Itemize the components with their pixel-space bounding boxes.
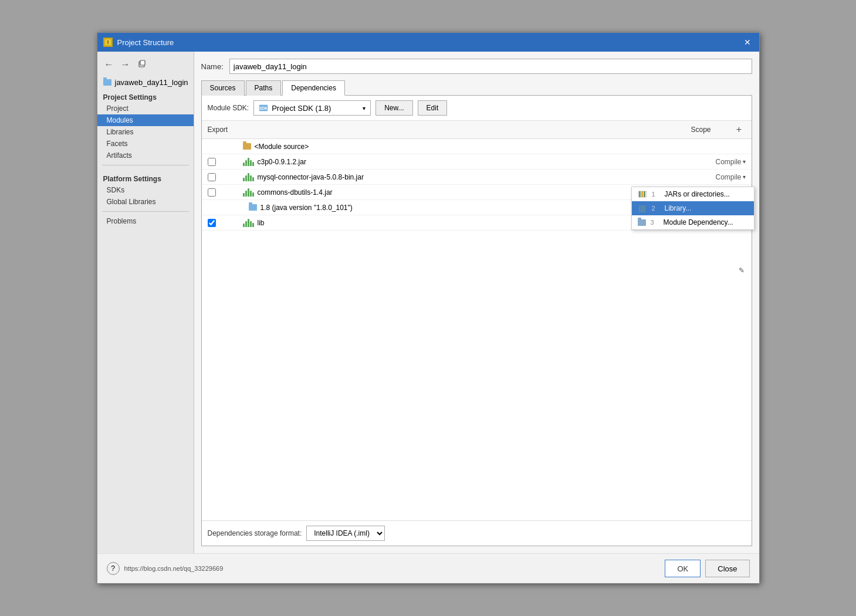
dep-scope-dropdown[interactable]: Compile ▾ (715, 173, 745, 181)
dep-export-checkbox[interactable] (208, 188, 216, 197)
tab-dependencies[interactable]: Dependencies (282, 80, 345, 96)
content-panel: Module SDK: SDK Project SDK (1.8) ▾ New.… (201, 96, 752, 546)
close-dialog-button[interactable]: Close (705, 560, 749, 577)
sidebar-item-project[interactable]: Project (97, 103, 194, 114)
module-source-icon (243, 143, 251, 150)
dep-header-export: Export (208, 126, 243, 134)
popup-item-num: 2 (652, 205, 660, 212)
tab-sources[interactable]: Sources (201, 80, 245, 96)
project-item-name: javaweb_day11_login (115, 78, 188, 87)
table-row: <Module source> (202, 139, 752, 154)
platform-settings-label: Platform Settings (97, 169, 194, 184)
svg-text:SDK: SDK (259, 106, 268, 110)
library-popup-icon (638, 204, 647, 212)
nav-copy-button[interactable] (135, 57, 149, 72)
dep-checkbox-cell[interactable] (208, 158, 243, 166)
sdk-edit-button[interactable]: Edit (418, 100, 448, 116)
dep-scope-dropdown[interactable]: Compile ▾ (715, 158, 745, 166)
sdk-label: Module SDK: (208, 104, 249, 112)
app-icon: ! (103, 38, 113, 47)
popup-item-label: Module Dependency... (664, 218, 733, 226)
name-row: Name: (201, 59, 752, 74)
storage-label: Dependencies storage format: (208, 529, 302, 537)
sidebar-item-facets[interactable]: Facets (97, 138, 194, 150)
sdk-row: Module SDK: SDK Project SDK (1.8) ▾ New.… (202, 96, 752, 121)
help-button[interactable]: ? (107, 562, 120, 575)
dep-header-scope: Scope (672, 126, 730, 134)
sidebar-item-libraries[interactable]: Libraries (97, 126, 194, 138)
svg-rect-11 (641, 205, 643, 212)
sidebar-item-global-libraries[interactable]: Global Libraries (97, 196, 194, 208)
jar-icon (243, 158, 254, 166)
dep-row-name: <Module source> (255, 143, 309, 151)
project-list: javaweb_day11_login (97, 75, 194, 90)
project-structure-dialog: ! Project Structure ✕ ← → (97, 32, 760, 584)
popup-item-library[interactable]: 2 Library... (632, 201, 754, 215)
dep-export-checkbox[interactable] (208, 158, 216, 166)
dialog-body: ← → javaweb_day11_login Project Settings… (97, 52, 759, 553)
sdk-new-button[interactable]: New... (375, 100, 412, 116)
sidebar-item-modules[interactable]: Modules (97, 114, 194, 126)
folder-icon (103, 79, 111, 86)
main-content: Name: Sources Paths Dependencies Module … (194, 52, 759, 553)
sdk-dropdown-arrow: ▾ (363, 105, 366, 111)
jar-icon (243, 173, 254, 181)
project-settings-label: Project Settings (97, 90, 194, 103)
dep-checkbox-cell[interactable] (208, 188, 243, 197)
dep-scope-cell: Compile ▾ (687, 173, 746, 181)
name-label: Name: (201, 62, 224, 71)
module-dep-icon (638, 219, 646, 226)
dep-table-header: Export Scope + (202, 121, 752, 139)
jar-icon (243, 188, 254, 197)
dep-row-name: lib (258, 219, 265, 227)
add-dependency-button[interactable]: + (733, 123, 746, 136)
dep-export-checkbox[interactable] (208, 173, 216, 181)
nav-back-button[interactable]: ← (102, 58, 116, 71)
dep-checkbox-cell[interactable] (208, 173, 243, 181)
tabs-bar: Sources Paths Dependencies (201, 80, 752, 96)
dep-name-cell: c3p0-0.9.1.2.jar (243, 158, 687, 166)
project-list-item[interactable]: javaweb_day11_login (97, 76, 194, 89)
storage-dropdown[interactable]: IntelliJ IDEA (.iml) (306, 526, 385, 541)
tab-paths[interactable]: Paths (246, 80, 282, 96)
ok-button[interactable]: OK (665, 560, 701, 577)
dep-row-name: mysql-connector-java-5.0.8-bin.jar (258, 173, 364, 181)
dep-name-cell: mysql-connector-java-5.0.8-bin.jar (243, 173, 687, 181)
sidebar: ← → javaweb_day11_login Project Settings… (97, 52, 194, 553)
title-text: Project Structure (117, 38, 174, 47)
dep-name-cell: <Module source> (243, 143, 687, 151)
sidebar-item-sdks[interactable]: SDKs (97, 184, 194, 196)
dialog-footer: ? https://blog.csdn.net/qq_33229669 OK C… (97, 553, 759, 583)
dep-row-name: 1.8 (java version "1.8.0_101") (260, 204, 353, 212)
jar-popup-icon (638, 190, 647, 198)
sdk-folder-icon (249, 204, 257, 211)
name-input[interactable] (229, 59, 752, 74)
sidebar-item-problems[interactable]: Problems (97, 215, 194, 227)
dep-scope-cell: Compile ▾ (687, 158, 746, 166)
popup-item-num: 1 (652, 191, 660, 198)
popup-item-jars[interactable]: 1 JARs or directories... (632, 187, 754, 201)
popup-item-module-dep[interactable]: 3 Module Dependency... (632, 215, 754, 229)
dep-row-name: commons-dbutils-1.4.jar (258, 188, 333, 197)
nav-forward-button[interactable]: → (119, 58, 133, 71)
jar-icon (243, 219, 254, 227)
title-bar: ! Project Structure ✕ (97, 33, 759, 52)
title-bar-left: ! Project Structure (103, 38, 174, 47)
sdk-value: Project SDK (1.8) (272, 104, 331, 113)
sidebar-item-artifacts[interactable]: Artifacts (97, 150, 194, 161)
dep-name-cell: lib (243, 219, 687, 227)
edit-pencil-icon[interactable]: ✎ (737, 265, 746, 276)
popup-item-label: JARs or directories... (665, 190, 730, 198)
dep-export-checkbox[interactable] (208, 219, 216, 227)
svg-rect-9 (644, 191, 645, 197)
sdk-icon: SDK (259, 103, 268, 113)
sidebar-nav: ← → (97, 56, 194, 73)
svg-rect-7 (639, 191, 641, 197)
svg-text:!: ! (107, 39, 109, 45)
svg-rect-12 (644, 205, 645, 212)
dep-name-cell: 1.8 (java version "1.8.0_101") (249, 204, 687, 212)
dep-checkbox-cell[interactable] (208, 219, 243, 227)
bottom-bar: Dependencies storage format: IntelliJ ID… (202, 520, 752, 546)
window-close-button[interactable]: ✕ (742, 36, 753, 48)
sdk-dropdown[interactable]: SDK Project SDK (1.8) ▾ (253, 100, 371, 116)
